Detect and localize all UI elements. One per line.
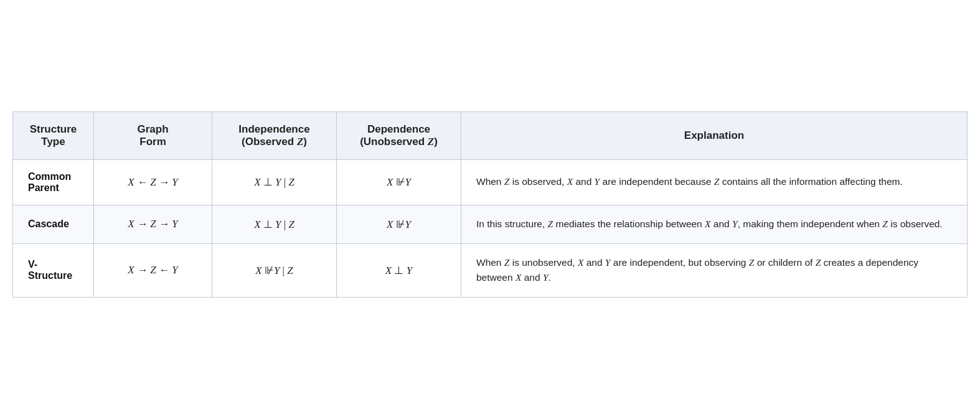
table-wrapper: StructureType GraphForm Independence(Obs… xyxy=(12,111,968,298)
independence-cell: X ⊮Y | Z xyxy=(212,243,337,298)
header-graph-form: GraphForm xyxy=(94,111,212,159)
explanation-cell: When Z is unobserved, X and Y are indepe… xyxy=(461,243,968,298)
explanation-cell: When Z is observed, X and Y are independ… xyxy=(461,159,968,205)
header-row: StructureType GraphForm Independence(Obs… xyxy=(13,111,968,159)
graph-form-cell: X → Z → Y xyxy=(94,205,212,243)
table-row: CommonParent X ← Z → Y X ⊥ Y | Z X ⊮Y Wh… xyxy=(13,159,968,205)
table-row: Cascade X → Z → Y X ⊥ Y | Z X ⊮Y In this… xyxy=(13,205,968,243)
header-dependence: Dependence(Unobserved Z) xyxy=(337,111,461,159)
graph-form-cell: X → Z ← Y xyxy=(94,243,212,298)
structure-type-cell: V-Structure xyxy=(13,243,94,298)
dependence-cell: X ⊥ Y xyxy=(337,243,461,298)
dependence-cell: X ⊮Y xyxy=(337,205,461,243)
header-explanation: Explanation xyxy=(461,111,968,159)
explanation-cell: In this structure, Z mediates the relati… xyxy=(461,205,968,243)
dependence-cell: X ⊮Y xyxy=(337,159,461,205)
table-row: V-Structure X → Z ← Y X ⊮Y | Z X ⊥ Y Whe… xyxy=(13,243,968,298)
header-independence: Independence(Observed Z) xyxy=(212,111,337,159)
independence-cell: X ⊥ Y | Z xyxy=(212,205,337,243)
independence-cell: X ⊥ Y | Z xyxy=(212,159,337,205)
main-table: StructureType GraphForm Independence(Obs… xyxy=(12,111,968,298)
header-structure-type: StructureType xyxy=(13,111,94,159)
structure-type-cell: CommonParent xyxy=(13,159,94,205)
graph-form-cell: X ← Z → Y xyxy=(94,159,212,205)
structure-type-cell: Cascade xyxy=(13,205,94,243)
